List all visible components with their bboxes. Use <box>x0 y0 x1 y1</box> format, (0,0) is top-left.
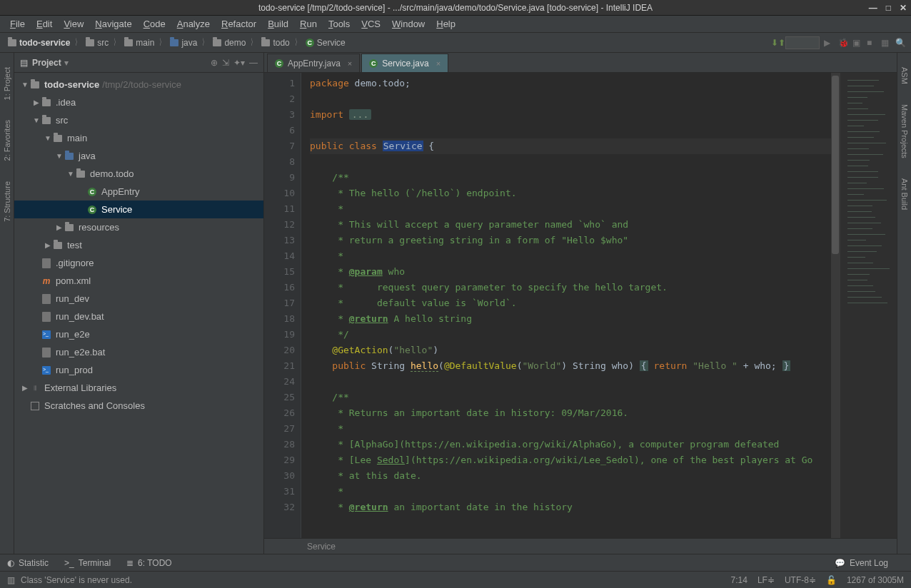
tree-item--idea[interactable]: ▶.idea <box>14 93 263 111</box>
build-icon[interactable]: ⬇⬆ <box>771 38 781 48</box>
inspection-icon[interactable]: ▥ <box>7 575 15 585</box>
readonly-lock-icon[interactable]: 🔓 <box>826 575 837 585</box>
crumb-todo[interactable]: todo <box>259 38 291 48</box>
debug-icon[interactable]: 🐞 <box>838 38 848 48</box>
folder-icon <box>54 242 62 249</box>
tool----todo[interactable]: ≣6: TODO <box>126 558 172 568</box>
tree-item-java[interactable]: ▼java <box>14 147 263 165</box>
crumb-java[interactable]: java <box>168 38 199 48</box>
project-sidebar: ▤ Project ▾ ⊕ ⇲ ✦▾ — ▼todo-service/tmp/2… <box>14 53 264 554</box>
rail-asm[interactable]: ASM <box>899 64 910 87</box>
tree-twisty-icon[interactable]: ▼ <box>20 81 30 88</box>
tree-item-resources[interactable]: ▶resources <box>14 218 263 236</box>
rail----structure[interactable]: 7: Structure <box>1 178 13 225</box>
line-separator[interactable]: LF≑ <box>758 575 775 585</box>
maximize-icon[interactable]: □ <box>886 3 891 13</box>
rail-ant-build[interactable]: Ant Build <box>899 176 910 213</box>
tree-item--gitignore[interactable]: .gitignore <box>14 254 263 272</box>
code-editor[interactable]: package demo.todo;import ...public class… <box>301 73 831 538</box>
tab-appentry-java[interactable]: CAppEntry.java× <box>267 54 360 72</box>
right-rail: ASMMaven ProjectsAnt Build <box>897 53 911 554</box>
minimap[interactable] <box>840 73 897 538</box>
tree-item-todo-service[interactable]: ▼todo-service/tmp/2/todo-service <box>14 76 263 93</box>
menu-file[interactable]: File <box>4 17 31 31</box>
locate-icon[interactable]: ⊕ <box>211 58 218 68</box>
tree-item-run-dev-bat[interactable]: run_dev.bat <box>14 308 263 325</box>
tree-twisty-icon[interactable]: ▶ <box>54 223 64 231</box>
tree-item-run-e2e-bat[interactable]: run_e2e.bat <box>14 343 263 361</box>
run-icon[interactable]: ▶ <box>824 38 834 48</box>
close-icon[interactable]: ✕ <box>900 3 907 13</box>
layout-icon[interactable]: ▦ <box>881 38 891 48</box>
menu-code[interactable]: Code <box>138 17 171 31</box>
editor-breadcrumb[interactable]: Service <box>264 538 897 554</box>
menu-view[interactable]: View <box>58 17 89 31</box>
settings-icon[interactable]: ✦▾ <box>233 58 245 68</box>
menu-tools[interactable]: Tools <box>323 17 356 31</box>
tree-item-run-prod[interactable]: run_prod <box>14 361 263 379</box>
event-log-icon: 💬 <box>835 558 845 568</box>
dropdown-icon[interactable]: ▾ <box>64 58 69 68</box>
tree-item-src[interactable]: ▼src <box>14 111 263 129</box>
rail-maven-projects[interactable]: Maven Projects <box>899 101 910 161</box>
folder-icon <box>65 153 74 160</box>
tree-item-run-e2e[interactable]: run_e2e <box>14 325 263 343</box>
tree-item-demo-todo[interactable]: ▼demo.todo <box>14 165 263 183</box>
script-icon <box>42 366 51 375</box>
stop-icon[interactable]: ■ <box>867 38 877 48</box>
event-log[interactable]: 💬Event Log <box>835 558 888 568</box>
tree-item-scratches-and-consoles[interactable]: Scratches and Consoles <box>14 397 263 415</box>
menu-help[interactable]: Help <box>431 17 461 31</box>
tree-twisty-icon[interactable]: ▼ <box>31 116 41 124</box>
menubar: FileEditViewNavigateCodeAnalyzeRefactorB… <box>0 16 911 33</box>
tree-twisty-icon[interactable]: ▶ <box>43 241 53 249</box>
collapse-icon[interactable]: ⇲ <box>222 58 229 68</box>
tree-item-test[interactable]: ▶test <box>14 236 263 254</box>
tree-twisty-icon[interactable]: ▶ <box>31 98 41 106</box>
hide-icon[interactable]: — <box>249 58 258 68</box>
crumb-src[interactable]: src <box>84 38 111 48</box>
memory-indicator[interactable]: 1267 of 3005M <box>847 575 904 585</box>
editor-breadcrumb-item[interactable]: Service <box>307 542 336 552</box>
tree-item-pom-xml[interactable]: mpom.xml <box>14 272 263 290</box>
project-tool-icon[interactable]: ▤ <box>20 58 28 68</box>
editor-scrollbar[interactable] <box>831 73 840 538</box>
tab-service-java[interactable]: CService.java× <box>361 54 448 72</box>
tree-item-run-dev[interactable]: run_dev <box>14 290 263 308</box>
menu-edit[interactable]: Edit <box>31 17 58 31</box>
minimize-icon[interactable]: — <box>869 3 877 13</box>
rail----project[interactable]: 1: Project <box>1 64 13 103</box>
folder-icon <box>42 117 51 124</box>
menu-refactor[interactable]: Refactor <box>216 17 262 31</box>
file-encoding[interactable]: UTF-8≑ <box>785 575 816 585</box>
search-icon[interactable]: 🔍 <box>895 38 905 48</box>
rail----favorites[interactable]: 2: Favorites <box>1 117 13 163</box>
tree-item-appentry[interactable]: CAppEntry <box>14 183 263 201</box>
crumb-demo[interactable]: demo <box>211 38 248 48</box>
tool-statistic[interactable]: ◐Statistic <box>7 558 49 568</box>
menu-analyze[interactable]: Analyze <box>171 17 216 31</box>
menu-build[interactable]: Build <box>262 17 294 31</box>
menu-window[interactable]: Window <box>386 17 431 31</box>
tree-item-external-libraries[interactable]: ▶⫴External Libraries <box>14 379 263 397</box>
crumb-todo-service[interactable]: todo-service <box>6 38 72 48</box>
menu-vcs[interactable]: VCS <box>356 17 386 31</box>
crumb-service[interactable]: CService <box>303 38 348 48</box>
tree-twisty-icon[interactable]: ▶ <box>20 384 30 392</box>
crumb-main[interactable]: main <box>122 38 156 48</box>
tree-item-main[interactable]: ▼main <box>14 129 263 147</box>
folder-icon <box>31 81 39 88</box>
menu-run[interactable]: Run <box>294 17 323 31</box>
menu-navigate[interactable]: Navigate <box>89 17 137 31</box>
tree-twisty-icon[interactable]: ▼ <box>66 170 76 178</box>
coverage-icon[interactable]: ▣ <box>852 38 862 48</box>
tree-twisty-icon[interactable]: ▼ <box>54 152 64 160</box>
run-config-dropdown[interactable] <box>785 36 820 49</box>
caret-position[interactable]: 7:14 <box>731 575 748 585</box>
tree-twisty-icon[interactable]: ▼ <box>43 134 53 142</box>
project-tree[interactable]: ▼todo-service/tmp/2/todo-service▶.idea▼s… <box>14 73 263 554</box>
close-tab-icon[interactable]: × <box>348 59 352 68</box>
tree-item-service[interactable]: CService <box>14 201 263 218</box>
tool-terminal[interactable]: >_Terminal <box>64 558 111 568</box>
close-tab-icon[interactable]: × <box>436 59 441 68</box>
